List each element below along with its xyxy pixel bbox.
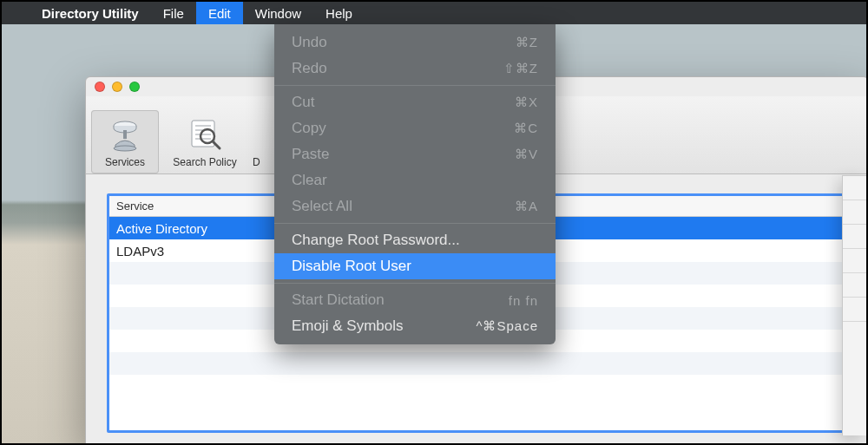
menu-bar: Directory Utility File Edit Window Help	[2, 2, 866, 24]
menu-edit[interactable]: Edit	[196, 2, 243, 24]
menu-item-shortcut: ⌘X	[515, 95, 538, 110]
menu-item-label: Cut	[292, 94, 314, 111]
menu-item-start-dictation[interactable]: Start Dictation fn fn	[274, 287, 556, 313]
services-icon	[93, 114, 157, 154]
toolbar-truncated-button[interactable]: D	[251, 110, 268, 173]
menu-item-label: Change Root Password...	[292, 232, 460, 249]
menu-separator	[274, 85, 556, 86]
menu-item-change-root-password[interactable]: Change Root Password...	[274, 227, 556, 253]
menu-item-emoji-symbols[interactable]: Emoji & Symbols ^⌘Space	[274, 313, 556, 339]
list-item	[109, 352, 845, 375]
svg-rect-1	[123, 130, 127, 139]
menu-item-disable-root-user[interactable]: Disable Root User	[274, 253, 556, 279]
menu-window[interactable]: Window	[243, 2, 313, 24]
toolbar-services-label: Services	[93, 156, 157, 168]
edit-menu-dropdown: Undo ⌘Z Redo ⇧⌘Z Cut ⌘X Copy ⌘C Paste ⌘V…	[274, 24, 556, 344]
menu-item-shortcut: ⌘V	[515, 147, 538, 162]
menu-separator	[274, 223, 556, 224]
menu-item-cut[interactable]: Cut ⌘X	[274, 89, 556, 115]
menu-item-clear[interactable]: Clear	[274, 167, 556, 193]
menu-item-shortcut: ^⌘Space	[476, 318, 538, 334]
menu-item-select-all[interactable]: Select All ⌘A	[274, 193, 556, 219]
truncated-icon	[253, 114, 266, 154]
menu-item-redo[interactable]: Redo ⇧⌘Z	[274, 56, 556, 82]
menu-item-label: Emoji & Symbols	[292, 317, 403, 335]
menu-item-label: Undo	[292, 34, 327, 51]
search-policy-icon	[164, 114, 246, 154]
close-icon[interactable]	[95, 82, 105, 92]
menu-item-label: Select All	[292, 198, 352, 215]
menu-item-label: Redo	[292, 60, 327, 77]
menu-item-shortcut: ⌘A	[515, 199, 538, 214]
menu-file[interactable]: File	[151, 2, 196, 24]
menu-item-copy[interactable]: Copy ⌘C	[274, 115, 556, 141]
menu-item-label: Start Dictation	[292, 291, 385, 309]
toolbar-search-policy-button[interactable]: Search Policy	[162, 110, 247, 173]
list-item	[109, 375, 845, 397]
menu-item-shortcut: ⇧⌘Z	[503, 61, 538, 76]
menu-item-shortcut: ⌘C	[514, 121, 538, 136]
zoom-icon[interactable]	[129, 82, 140, 92]
toolbar-services-button[interactable]: Services	[91, 110, 159, 173]
menu-item-shortcut: ⌘Z	[516, 35, 538, 50]
toolbar-truncated-label: D	[253, 156, 266, 168]
toolbar-search-policy-label: Search Policy	[164, 156, 246, 168]
menu-item-label: Paste	[292, 146, 329, 163]
menu-item-shortcut: fn fn	[509, 293, 538, 308]
menu-help[interactable]: Help	[313, 2, 365, 24]
menu-item-label: Clear	[292, 172, 327, 189]
menu-item-label: Disable Root User	[292, 258, 411, 275]
menu-item-label: Copy	[292, 120, 326, 137]
svg-point-2	[114, 146, 136, 151]
menu-item-undo[interactable]: Undo ⌘Z	[274, 29, 556, 56]
menu-separator	[274, 283, 556, 284]
background-window-peek	[842, 175, 866, 435]
menu-item-paste[interactable]: Paste ⌘V	[274, 141, 556, 167]
minimize-icon[interactable]	[112, 82, 122, 92]
app-name[interactable]: Directory Utility	[30, 6, 151, 21]
